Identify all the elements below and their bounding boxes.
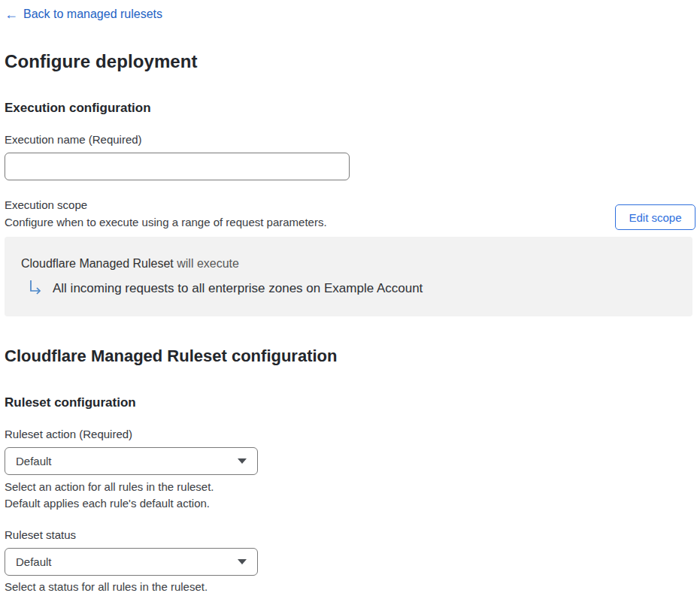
scope-summary-headline: Cloudflare Managed Ruleset will execute — [21, 257, 239, 271]
page-title: Configure deployment — [5, 51, 198, 72]
execution-scope-label: Execution scope — [5, 198, 87, 211]
execution-name-input[interactable] — [5, 153, 350, 180]
edit-scope-button[interactable]: Edit scope — [615, 204, 695, 230]
scope-summary-detail: All incoming requests to all enterprise … — [27, 280, 423, 298]
ruleset-action-help-line2: Default applies each rule's default acti… — [5, 497, 210, 510]
configure-deployment-page: ← Back to managed rulesets Configure dep… — [0, 0, 700, 596]
scope-summary-ruleset-name: Cloudflare Managed Ruleset — [21, 257, 174, 270]
scope-summary-suffix: will execute — [174, 257, 239, 270]
back-link-label: Back to managed rulesets — [23, 8, 162, 21]
branch-arrow-icon — [27, 280, 44, 298]
ruleset-configuration-title: Cloudflare Managed Ruleset configuration — [5, 346, 337, 366]
ruleset-action-selected-value: Default — [16, 455, 52, 467]
execution-name-label: Execution name (Required) — [5, 133, 142, 146]
scope-summary-detail-text: All incoming requests to all enterprise … — [53, 281, 423, 296]
ruleset-status-select[interactable]: Default — [5, 548, 258, 576]
ruleset-configuration-subheading: Ruleset configuration — [5, 395, 136, 410]
ruleset-status-label: Ruleset status — [5, 528, 76, 541]
ruleset-status-selected-value: Default — [16, 555, 52, 568]
ruleset-action-help-line1: Select an action for all rules in the ru… — [5, 480, 214, 493]
back-to-managed-rulesets-link[interactable]: ← Back to managed rulesets — [5, 8, 162, 21]
edit-scope-button-label: Edit scope — [629, 211, 681, 224]
ruleset-status-help: Select a status for all rules in the rul… — [5, 580, 208, 593]
ruleset-action-select[interactable]: Default — [5, 447, 258, 475]
ruleset-action-label: Ruleset action (Required) — [5, 428, 132, 440]
execution-scope-description: Configure when to execute using a range … — [5, 216, 327, 228]
back-arrow-icon: ← — [5, 8, 18, 21]
scope-summary-panel: Cloudflare Managed Ruleset will execute … — [5, 237, 692, 316]
chevron-down-icon — [238, 458, 247, 464]
execution-configuration-heading: Execution configuration — [5, 101, 151, 116]
chevron-down-icon — [238, 559, 247, 564]
